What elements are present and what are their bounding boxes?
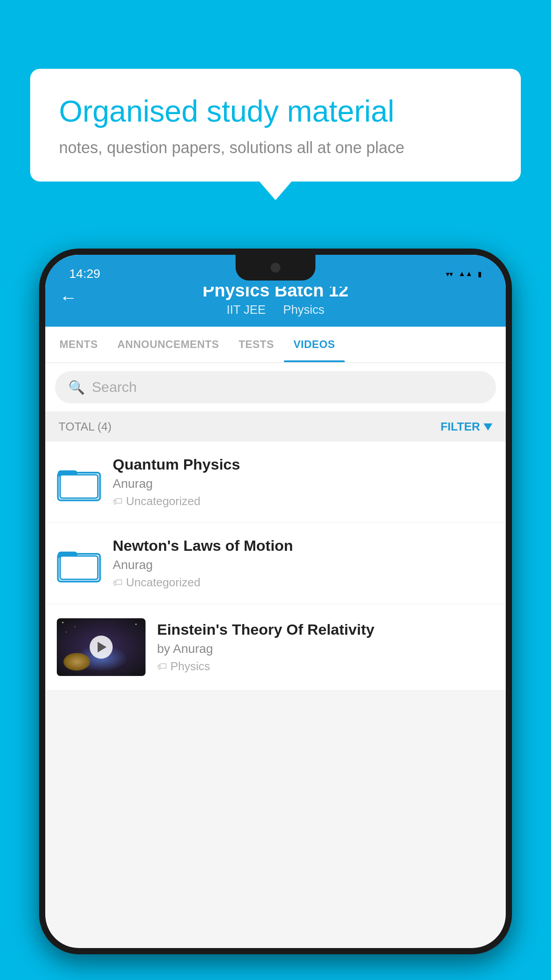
search-bar[interactable]: 🔍 Search <box>55 371 496 403</box>
tag-label: Physics <box>170 660 210 673</box>
search-icon: 🔍 <box>68 379 85 395</box>
tag-icon: 🏷 <box>113 577 122 589</box>
play-icon <box>98 642 106 652</box>
phone-outer: 14:29 ▾▾ ▲▲ ▮ ← Physics Batch 12 IIT JEE… <box>39 249 512 954</box>
video-title: Newton's Laws of Motion <box>113 537 494 554</box>
video-list: Quantum Physics Anurag 🏷 Uncategorized <box>45 442 506 691</box>
header-subtitle-part2: Physics <box>283 303 324 316</box>
planet <box>63 653 90 671</box>
filter-row: TOTAL (4) FILTER <box>45 412 506 442</box>
header-subtitle: IIT JEE Physics <box>45 303 506 317</box>
star <box>75 626 75 627</box>
speech-bubble: Organised study material notes, question… <box>30 69 521 182</box>
speech-bubble-title: Organised study material <box>59 93 492 130</box>
wifi-icon: ▾▾ <box>446 270 453 278</box>
video-author: Anurag <box>113 558 494 572</box>
video-thumbnail <box>57 618 146 676</box>
video-tag: 🏷 Uncategorized <box>113 494 494 508</box>
video-author: Anurag <box>113 477 494 491</box>
phone-notch <box>236 255 315 281</box>
header-subtitle-part1: IIT JEE <box>227 303 266 316</box>
folder-icon <box>57 541 101 585</box>
tab-videos[interactable]: VIDEOS <box>284 327 345 362</box>
list-item[interactable]: Newton's Laws of Motion Anurag 🏷 Uncateg… <box>45 523 506 604</box>
video-info: Einstein's Theory Of Relativity by Anura… <box>157 621 494 673</box>
tab-announcements[interactable]: ANNOUNCEMENTS <box>108 327 229 362</box>
tag-icon: 🏷 <box>157 661 167 672</box>
status-time: 14:29 <box>69 267 100 281</box>
tag-icon: 🏷 <box>113 496 122 507</box>
filter-icon <box>484 423 492 431</box>
video-title: Quantum Physics <box>113 456 494 473</box>
folder-icon <box>57 460 101 504</box>
star <box>135 624 137 625</box>
list-item[interactable]: Quantum Physics Anurag 🏷 Uncategorized <box>45 442 506 523</box>
svg-rect-5 <box>60 556 98 580</box>
phone-camera <box>271 263 280 273</box>
video-tag: 🏷 Physics <box>157 660 494 673</box>
star <box>62 622 63 623</box>
battery-icon: ▮ <box>478 270 482 278</box>
video-author: by Anurag <box>157 642 494 656</box>
list-item[interactable]: Einstein's Theory Of Relativity by Anura… <box>45 604 506 691</box>
search-container: 🔍 Search <box>45 363 506 412</box>
phone-screen: 14:29 ▾▾ ▲▲ ▮ ← Physics Batch 12 IIT JEE… <box>45 255 506 948</box>
tab-tests[interactable]: TESTS <box>229 327 284 362</box>
video-info: Quantum Physics Anurag 🏷 Uncategorized <box>113 456 494 508</box>
total-label: TOTAL (4) <box>59 420 111 434</box>
filter-button[interactable]: FILTER <box>441 420 492 434</box>
play-button[interactable] <box>90 636 113 659</box>
video-info: Newton's Laws of Motion Anurag 🏷 Uncateg… <box>113 537 494 589</box>
status-icons: ▾▾ ▲▲ ▮ <box>446 270 482 278</box>
search-placeholder: Search <box>92 379 137 395</box>
speech-bubble-subtitle: notes, question papers, solutions all at… <box>59 138 492 157</box>
svg-rect-2 <box>60 475 98 498</box>
speech-bubble-card: Organised study material notes, question… <box>30 69 521 182</box>
tabs-bar: MENTS ANNOUNCEMENTS TESTS VIDEOS <box>45 327 506 363</box>
back-button[interactable]: ← <box>59 288 77 308</box>
video-title: Einstein's Theory Of Relativity <box>157 621 494 638</box>
star <box>66 632 67 632</box>
tag-label: Uncategorized <box>126 494 201 508</box>
tab-ments[interactable]: MENTS <box>50 327 108 362</box>
signal-icon: ▲▲ <box>458 270 472 278</box>
video-tag: 🏷 Uncategorized <box>113 576 494 589</box>
tag-label: Uncategorized <box>126 576 201 589</box>
phone-frame: 14:29 ▾▾ ▲▲ ▮ ← Physics Batch 12 IIT JEE… <box>39 249 512 980</box>
filter-label: FILTER <box>441 420 480 434</box>
